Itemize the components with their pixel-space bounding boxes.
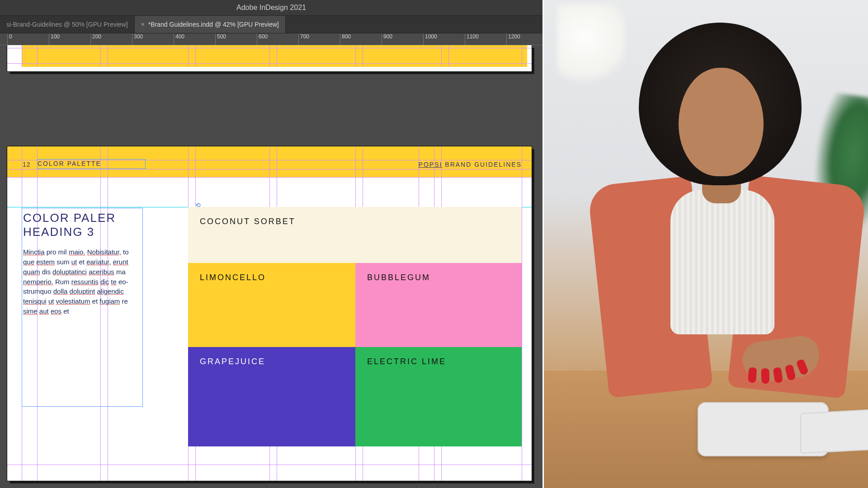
color-swatch[interactable]: BUBBLEGUM <box>355 263 522 347</box>
canvas[interactable]: 12 COLOR PALETTE POPSI BRAND GUIDELINES … <box>0 45 542 488</box>
ruler-tick: 300 <box>132 33 143 45</box>
document-tab[interactable]: si-Brand-Guidelines @ 50% [GPU Preview] <box>0 16 135 33</box>
color-swatch[interactable]: GRAPEJUICE <box>188 347 355 446</box>
ruler-tick: 800 <box>340 33 351 45</box>
ruler-tick: 400 <box>174 33 184 45</box>
ruler-tick: 900 <box>382 33 392 45</box>
swatch-area: COCONUT SORBETLIMONCELLOBUBBLEGUMGRAPEJU… <box>7 146 532 481</box>
presenter-photo <box>542 0 868 488</box>
person <box>566 18 856 425</box>
tab-label: *Brand Guidelines.indd @ 42% [GPU Previe… <box>148 21 279 28</box>
close-icon[interactable]: × <box>141 21 145 28</box>
title-bar: Adobe InDesign 2021 <box>0 0 542 15</box>
ruler-tick: 200 <box>90 33 101 45</box>
document-tab-bar: si-Brand-Guidelines @ 50% [GPU Preview] … <box>0 15 542 33</box>
ruler-tick: 100 <box>49 33 60 45</box>
ruler-tick: 600 <box>257 33 268 45</box>
horizontal-ruler[interactable]: 0100200300400500600700800900100011001200 <box>0 33 542 45</box>
app-title: Adobe InDesign 2021 <box>236 4 306 12</box>
indesign-window: Adobe InDesign 2021 si-Brand-Guidelines … <box>0 0 542 488</box>
tab-label: si-Brand-Guidelines @ 50% [GPU Preview] <box>6 21 128 28</box>
swatch-label: ELECTRIC LIME <box>367 357 446 366</box>
ruler-tick: 1200 <box>506 33 520 45</box>
swatch-label: COCONUT SORBET <box>200 217 296 226</box>
swatch-label: GRAPEJUICE <box>200 357 265 366</box>
ruler-tick: 500 <box>215 33 226 45</box>
document-page[interactable]: 12 COLOR PALETTE POPSI BRAND GUIDELINES … <box>7 146 532 481</box>
swatch-label: BUBBLEGUM <box>367 273 430 282</box>
swatch-label: LIMONCELLO <box>200 273 266 282</box>
color-swatch[interactable]: LIMONCELLO <box>188 263 355 347</box>
ruler-tick: 0 <box>7 33 12 45</box>
ruler-tick: 1000 <box>423 33 437 45</box>
color-swatch[interactable]: ELECTRIC LIME <box>355 347 522 446</box>
previous-page-sliver <box>7 45 532 71</box>
document-tab[interactable]: × *Brand Guidelines.indd @ 42% [GPU Prev… <box>135 16 286 33</box>
ruler-tick: 700 <box>298 33 309 45</box>
ruler-tick: 1100 <box>465 33 479 45</box>
color-swatch[interactable]: COCONUT SORBET <box>188 207 522 263</box>
